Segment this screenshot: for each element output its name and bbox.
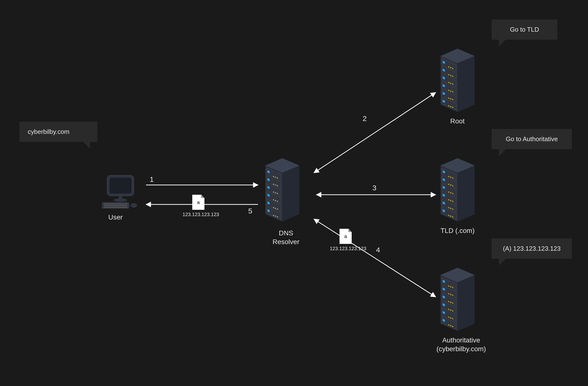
user-computer-icon (102, 175, 137, 208)
arrow-step-2 (314, 92, 436, 173)
tld-response-bubble: Go to Authoritative (492, 129, 572, 149)
root-server-icon (441, 49, 475, 112)
step-2-number: 2 (363, 114, 367, 123)
ip-label-resolver-to-user: 123.123.123.123 (183, 212, 219, 217)
auth-label: Authoritative (cyberbilby.com) (433, 336, 489, 354)
root-response-bubble: Go to TLD (492, 20, 557, 40)
step-4-number: 4 (376, 246, 380, 254)
user-label: User (108, 213, 123, 222)
authoritative-server-icon (441, 268, 475, 331)
dns-resolver-server-icon (265, 158, 299, 221)
arrow-step-4 (314, 219, 436, 297)
step-3-number: 3 (372, 184, 377, 192)
tld-label: TLD (.com) (441, 226, 475, 235)
root-response-text: Go to TLD (510, 26, 539, 33)
ip-label-auth-to-resolver: 123.123.123.123 (330, 246, 366, 251)
tld-server-icon (441, 158, 475, 221)
document-icon: a (192, 195, 204, 210)
document-icon: a (339, 229, 352, 244)
step-1-number: 1 (150, 175, 154, 184)
auth-response-bubble: (A) 123.123.123.123 (492, 238, 572, 259)
tld-response-text: Go to Authoritative (506, 135, 558, 143)
step-5-number: 5 (248, 207, 252, 215)
root-label: Root (450, 117, 465, 126)
auth-response-text: (A) 123.123.123.123 (503, 245, 561, 252)
resolver-label: DNS Resolver (268, 229, 304, 247)
user-query-bubble: cyberbilby.com (20, 122, 97, 142)
user-query-text: cyberbilby.com (28, 128, 69, 135)
